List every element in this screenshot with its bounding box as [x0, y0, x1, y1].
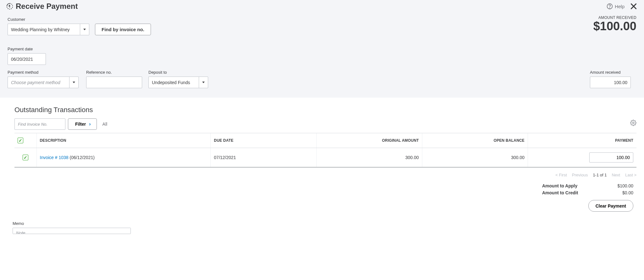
checkmark-icon: ✓	[24, 155, 27, 160]
col-open-balance: OPEN BALANCE	[422, 133, 528, 148]
amount-received-input[interactable]	[590, 77, 631, 88]
payment-method-label: Payment method	[8, 70, 79, 75]
col-due-date: DUE DATE	[211, 133, 316, 148]
deposit-to-select[interactable]	[148, 77, 199, 88]
invoice-link[interactable]: Invoice # 1038	[40, 155, 69, 160]
amount-to-apply-value: $100.00	[617, 183, 633, 188]
reference-no-input[interactable]	[86, 77, 142, 88]
row-original-amount: 300.00	[316, 148, 422, 168]
page-title: Receive Payment	[16, 2, 78, 11]
row-open-balance: 300.00	[422, 148, 528, 168]
page-header: Receive Payment Help	[0, 0, 644, 14]
find-by-invoice-button[interactable]: Find by invoice no.	[95, 24, 151, 35]
pagination-previous[interactable]: Previous	[572, 173, 588, 177]
transactions-section: Outstanding Transactions Filter › All ✓ …	[0, 98, 644, 218]
outstanding-transactions-title: Outstanding Transactions	[14, 106, 636, 114]
help-icon	[607, 3, 613, 9]
row-checkbox[interactable]: ✓	[23, 155, 28, 160]
amount-to-apply-label: Amount to Apply	[542, 183, 577, 188]
payment-method-select[interactable]	[8, 77, 69, 88]
customer-label: Customer	[8, 17, 89, 22]
checkmark-icon: ✓	[19, 138, 22, 143]
chevron-down-icon	[73, 82, 75, 83]
memo-label: Memo	[13, 221, 636, 226]
gear-icon[interactable]	[630, 120, 636, 126]
payment-date-input[interactable]	[8, 53, 46, 65]
help-label: Help	[615, 4, 625, 9]
chevron-right-icon: ›	[89, 121, 91, 127]
pagination-range: 1-1 of 1	[593, 173, 607, 177]
col-description: DESCRIPTION	[36, 133, 211, 148]
col-payment: PAYMENT	[528, 133, 636, 148]
help-button[interactable]: Help	[607, 3, 625, 9]
amount-received-summary: AMOUNT RECEIVED $100.00	[593, 15, 636, 33]
clear-payment-button[interactable]: Clear Payment	[588, 200, 633, 212]
pagination-first[interactable]: < First	[555, 173, 567, 177]
amount-to-credit-label: Amount to Credit	[542, 190, 578, 195]
table-row: ✓ Invoice # 1038 (06/12/2021) 07/12/2021…	[14, 148, 636, 168]
memo-textarea[interactable]	[13, 228, 131, 234]
pagination: < First Previous 1-1 of 1 Next Last >	[14, 168, 636, 182]
amount-received-summary-label: AMOUNT RECEIVED	[593, 15, 636, 20]
close-button[interactable]	[630, 2, 638, 10]
customer-select[interactable]	[8, 24, 80, 35]
payment-method-caret[interactable]	[69, 77, 79, 88]
pagination-next[interactable]: Next	[612, 173, 620, 177]
invoice-date: (06/12/2021)	[69, 155, 94, 160]
row-payment-input[interactable]	[589, 152, 633, 163]
form-section: AMOUNT RECEIVED $100.00 Customer Find by…	[0, 14, 644, 98]
svg-point-4	[633, 122, 634, 124]
amount-received-label: Amount received	[590, 70, 631, 75]
select-all-checkbox[interactable]: ✓	[18, 138, 23, 143]
reference-no-label: Reference no.	[86, 70, 142, 75]
deposit-to-caret[interactable]	[199, 77, 208, 88]
filter-button[interactable]: Filter ›	[68, 118, 97, 130]
chevron-down-icon	[83, 29, 86, 30]
amount-to-credit-value: $0.00	[622, 190, 633, 195]
totals: Amount to Apply $100.00 Amount to Credit…	[542, 182, 636, 212]
payment-date-label: Payment date	[8, 47, 46, 51]
row-due-date: 07/12/2021	[211, 148, 316, 168]
pagination-last[interactable]: Last >	[625, 173, 636, 177]
receive-payment-icon	[6, 3, 13, 10]
memo-section: Memo	[0, 218, 644, 238]
amount-received-summary-value: $100.00	[593, 20, 636, 33]
svg-point-1	[610, 8, 610, 8]
col-original-amount: ORIGINAL AMOUNT	[316, 133, 422, 148]
customer-select-caret[interactable]	[80, 24, 89, 35]
find-invoice-input[interactable]	[14, 118, 65, 130]
transactions-table: ✓ DESCRIPTION DUE DATE ORIGINAL AMOUNT O…	[14, 133, 636, 168]
filter-label: Filter	[75, 122, 86, 127]
chevron-down-icon	[202, 82, 205, 83]
filter-all-label: All	[103, 122, 108, 127]
deposit-to-label: Deposit to	[148, 70, 208, 75]
